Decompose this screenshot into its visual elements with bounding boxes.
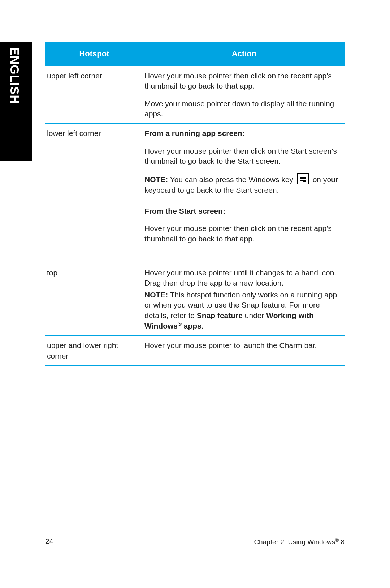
action-text: Hover your mouse pointer until it change… (144, 268, 342, 288)
svg-rect-0 (300, 177, 303, 179)
cell-action: From a running app screen: Hover your mo… (143, 124, 345, 263)
language-label: ENGLISH (8, 47, 22, 104)
action-note: NOTE: You can also press the Windows key… (144, 173, 342, 195)
hotspot-table: Hotspot Action upper left corner Hover y… (46, 42, 345, 366)
page-footer: 24 Chapter 2: Using Windows® 8 (46, 537, 344, 546)
action-text: Move your mouse pointer down to display … (144, 99, 342, 119)
svg-rect-1 (303, 177, 306, 179)
cell-hotspot: upper and lower right corner (46, 336, 143, 366)
cell-hotspot: top (46, 263, 143, 336)
cell-action: Hover your mouse pointer until it change… (143, 263, 345, 336)
page-number: 24 (46, 537, 53, 546)
action-text: Hover your mouse pointer then click on t… (144, 71, 342, 91)
cell-hotspot: upper left corner (46, 66, 143, 124)
table-row: lower left corner From a running app scr… (46, 124, 345, 263)
cell-hotspot: lower left corner (46, 124, 143, 263)
action-text: Hover your mouse pointer then click on t… (144, 146, 342, 167)
svg-rect-3 (303, 180, 306, 182)
header-hotspot: Hotspot (46, 42, 143, 66)
table-row: upper left corner Hover your mouse point… (46, 66, 345, 124)
cell-action: Hover your mouse pointer then click on t… (143, 66, 345, 124)
table-end (46, 366, 345, 366)
header-action: Action (143, 42, 345, 66)
content-area: Hotspot Action upper left corner Hover y… (46, 42, 345, 366)
cell-action: Hover your mouse pointer to launch the C… (143, 336, 345, 366)
action-heading: From the Start screen: (144, 206, 342, 216)
language-tab: ENGLISH (0, 42, 32, 161)
table-row: upper and lower right corner Hover your … (46, 336, 345, 366)
action-note: NOTE: This hotspot function only works o… (144, 290, 342, 331)
table-row: top Hover your mouse pointer until it ch… (46, 263, 345, 336)
action-heading: From a running app screen: (144, 128, 342, 138)
page: ENGLISH Hotspot Action upper left corner… (0, 0, 390, 588)
action-text: Hover your mouse pointer then click on t… (144, 223, 342, 244)
svg-rect-2 (300, 180, 303, 181)
table-header-row: Hotspot Action (46, 42, 345, 66)
windows-key-icon (297, 173, 309, 184)
chapter-label: Chapter 2: Using Windows® 8 (254, 537, 344, 546)
